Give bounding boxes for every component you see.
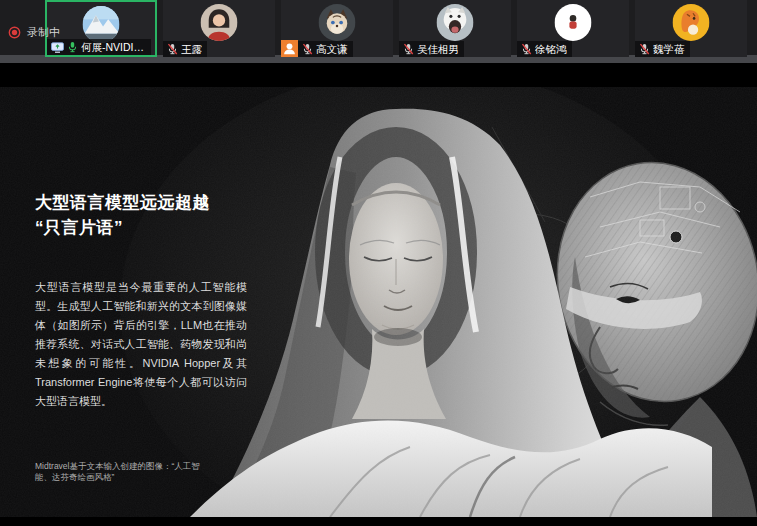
mic-muted-icon	[639, 43, 650, 55]
avatar	[319, 4, 356, 41]
name-bar: 徐铭鸿	[517, 41, 572, 57]
avatar	[673, 4, 710, 41]
presentation-slide: 大型语言模型远远超越 “只言片语” 大型语言模型是当今最重要的人工智能模型。生成…	[0, 87, 757, 517]
avatar	[201, 4, 238, 41]
mic-muted-icon	[403, 43, 414, 55]
slide-body-text: 大型语言模型是当今最重要的人工智能模型。生成型人工智能和新兴的文本到图像媒体（如…	[35, 278, 247, 411]
participant-name: 何展-NVIDIA-...	[81, 41, 146, 53]
cartoon-figure-avatar-image	[555, 4, 592, 41]
shared-screen-area: 大型语言模型远远超越 “只言片语” 大型语言模型是当今最重要的人工智能模型。生成…	[0, 63, 757, 526]
slide-title-line1: 大型语言模型远远超越	[35, 190, 295, 215]
participant-name: 魏学蓓	[653, 43, 685, 55]
avatar	[555, 4, 592, 41]
screen-share-icon	[51, 42, 64, 53]
mountain-avatar-image	[83, 6, 120, 43]
participant-tiles: 何展-NVIDIA-...	[45, 0, 747, 57]
avatar	[83, 6, 120, 43]
participant-name: 徐铭鸿	[535, 43, 567, 55]
participant-tile-gaowenqian[interactable]: 高文谦	[281, 0, 393, 57]
mic-muted-icon	[167, 43, 178, 55]
video-strip: 录制中	[0, 0, 757, 63]
woman-avatar-image	[201, 4, 238, 41]
participant-tile-weixuebei[interactable]: 魏学蓓	[635, 0, 747, 57]
mic-muted-icon	[302, 43, 313, 55]
record-icon	[8, 26, 21, 39]
name-bar: 何展-NVIDIA-...	[47, 39, 151, 55]
meeting-window: 录制中	[0, 0, 757, 526]
person-badge-icon	[281, 40, 298, 57]
recording-label: 录制中	[27, 25, 60, 40]
avatar	[437, 4, 474, 41]
participant-tile-wanglu[interactable]: 王露	[163, 0, 275, 57]
mic-on-icon	[67, 41, 78, 53]
participant-name: 王露	[181, 43, 202, 55]
cat-avatar-image	[319, 4, 356, 41]
tiger-avatar-image	[673, 4, 710, 41]
name-bar: 吴佳相男	[399, 41, 464, 57]
slide-title-line2: “只言片语”	[35, 215, 295, 240]
dog-avatar-image	[437, 4, 474, 41]
participant-tile-wujiaxiangnan[interactable]: 吴佳相男	[399, 0, 511, 57]
participant-tile-xuminghong[interactable]: 徐铭鸿	[517, 0, 629, 57]
participant-tile-hezhan[interactable]: 何展-NVIDIA-...	[45, 0, 157, 57]
name-bar: 魏学蓓	[635, 41, 690, 57]
name-bar: 高文谦	[298, 41, 353, 57]
slide-title: 大型语言模型远远超越 “只言片语”	[35, 190, 295, 240]
recording-indicator: 录制中	[8, 25, 60, 40]
name-bar: 王露	[163, 41, 207, 57]
mic-muted-icon	[521, 43, 532, 55]
participant-name: 吴佳相男	[417, 43, 459, 55]
slide-image-caption: Midtravel基于文本输入创建的图像：“人工智能、达芬奇绘画风格”	[35, 461, 205, 483]
participant-name: 高文谦	[316, 43, 348, 55]
